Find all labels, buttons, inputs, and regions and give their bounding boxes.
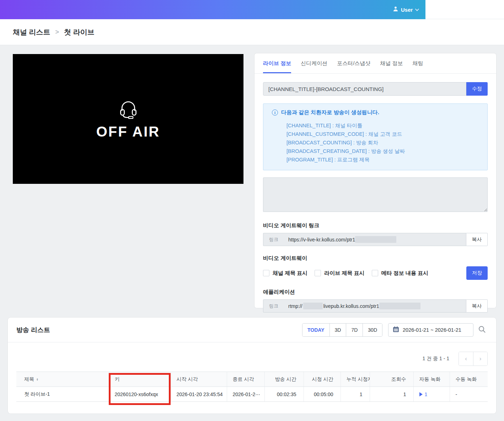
date-range-value: 2026-01-21 ~ 2026-01-21: [403, 327, 461, 333]
redacted-text: [379, 303, 420, 309]
save-button[interactable]: 저장: [466, 266, 488, 280]
column-header-key: 키: [109, 372, 171, 387]
range-3d-button[interactable]: 3D: [329, 324, 346, 336]
placeholder-info-box: i 다음과 같은 치환자로 방송이 생성됩니다. [CHANNEL_TITLE]…: [263, 103, 488, 170]
live-info-panel: 라이브 정보 신디케이션 포스터/스냅샷 채널 정보 채팅 수정 i 다음과 같…: [254, 53, 496, 308]
checkbox-show-channel-title[interactable]: 채널 제목 표시: [263, 270, 307, 277]
video-player-offair[interactable]: OFF AIR: [13, 54, 243, 184]
gateway-link-copy-button[interactable]: 복사: [466, 233, 488, 246]
table-row[interactable]: 첫 라이브-1 20260120-xs6ofxqx 2026-01-20 23:…: [16, 387, 488, 402]
broadcast-list-title: 방송 리스트: [16, 326, 50, 334]
panel-tabs: 라이브 정보 신디케이션 포스터/스냅샷 채널 정보 채팅: [254, 53, 496, 74]
breadcrumb-current-page: 첫 라이브: [64, 27, 95, 37]
breadcrumb-channel-list[interactable]: 채널 리스트: [13, 27, 50, 37]
broadcast-table: 제목▲▼ 키 시작 시각 종료 시각 방송 시간 시청 시간 누적 시청자⋯ 조…: [16, 372, 488, 402]
gateway-link-field: 링크 https://v-live-kr.kollus.com/ptr1: [263, 233, 466, 246]
cell-title: 첫 라이브-1: [16, 387, 109, 402]
placeholder-item: [PROGRAM_TITLE] : 프로그램 제목: [286, 155, 479, 164]
application-heading: 애플리케이션: [263, 289, 488, 295]
checkbox-icon[interactable]: [315, 270, 321, 276]
gateway-heading: 비디오 게이트웨이: [263, 255, 488, 262]
sort-icon: ▲▼: [36, 378, 38, 381]
column-header-start-time: 시작 시각: [171, 372, 227, 387]
checkbox-icon[interactable]: [263, 270, 269, 276]
offair-label: OFF AIR: [96, 124, 160, 140]
tab-poster-snapshot[interactable]: 포스터/스냅샷: [337, 53, 370, 73]
checkbox-icon[interactable]: [372, 270, 378, 276]
redacted-text: [355, 236, 396, 243]
placeholder-item: [BROADCAST_COUNTING] : 방송 회차: [286, 138, 479, 147]
range-30d-button[interactable]: 30D: [363, 324, 382, 336]
headset-icon: [117, 98, 139, 121]
application-url-host: livepub.kr.kollus.com/ptr1: [323, 303, 379, 309]
gateway-link-url: https://v-live-kr.kollus.com/ptr1: [288, 237, 355, 243]
breadcrumb-separator: >: [55, 28, 59, 36]
checkbox-show-meta-info[interactable]: 메타 정보 내용 표시: [372, 270, 429, 277]
column-header-end-time: 종료 시각: [227, 372, 264, 387]
placeholder-item: [CHANNEL_CUSTOMER_CODE] : 채널 고객 코드: [286, 130, 479, 138]
range-7d-button[interactable]: 7D: [346, 324, 363, 336]
application-link-field: 링크 rtmp:// livepub.kr.kollus.com/ptr1: [263, 299, 466, 313]
tab-live-info[interactable]: 라이브 정보: [263, 53, 291, 73]
column-header-watch-time: 시청 시간: [304, 372, 341, 387]
user-menu-label: User: [401, 7, 413, 13]
broadcast-list-card: 방송 리스트 TODAY 3D 7D 30D 2026-01-21 ~ 2026…: [8, 318, 496, 414]
link-field-label: 링크: [269, 236, 288, 243]
gateway-link-heading: 비디오 게이트웨이 링크: [263, 222, 488, 229]
application-url-protocol: rtmp://: [288, 303, 302, 309]
cell-manual-record: -: [450, 387, 488, 402]
link-field-label: 링크: [269, 303, 288, 309]
cell-end-time: 2026-01-2⋯: [227, 387, 264, 402]
cell-views: 1: [370, 387, 413, 402]
user-menu[interactable]: User: [393, 0, 418, 19]
redacted-text: [303, 303, 323, 309]
cell-key: 20260120-xs6ofxqx: [109, 387, 171, 402]
column-header-broadcast-time: 방송 시간: [264, 372, 304, 387]
column-header-manual-record: 수동 녹화: [450, 372, 488, 387]
pagination-summary: 1 건 중 1 - 1: [423, 356, 449, 362]
date-range-picker[interactable]: 2026-01-21 ~ 2026-01-21: [388, 323, 473, 337]
column-header-auto-record: 자동 녹화: [413, 372, 450, 387]
column-header-title[interactable]: 제목▲▼: [16, 372, 109, 387]
cell-auto-record: 1: [413, 387, 450, 402]
user-icon: [393, 6, 398, 13]
auto-record-link[interactable]: 1: [425, 391, 428, 397]
search-button[interactable]: [476, 324, 488, 336]
calendar-icon: [393, 326, 399, 334]
pagination-next-button[interactable]: ›: [473, 352, 487, 366]
top-header: User: [0, 0, 504, 19]
cell-cumulative-viewers: 1: [341, 387, 370, 402]
cell-watch-time: 00:05:00: [304, 387, 341, 402]
edit-button[interactable]: 수정: [466, 82, 488, 96]
cell-broadcast-time: 00:02:35: [264, 387, 304, 402]
column-header-views: 조회수: [370, 372, 413, 387]
play-icon: [419, 392, 423, 396]
app-root: User 채널 리스트 > 첫 라이브 OFF AIR 라이브 정보 신디케이션…: [0, 0, 504, 421]
info-box-heading: 다음과 같은 치환자로 방송이 생성됩니다.: [281, 109, 379, 116]
panel-body: 수정 i 다음과 같은 치환자로 방송이 생성됩니다. [CHANNEL_TIT…: [254, 74, 496, 321]
header-gradient: [0, 0, 425, 19]
placeholder-item: [BROADCAST_CREATING_DATE] : 방송 생성 날짜: [286, 147, 479, 155]
checkbox-show-live-title[interactable]: 라이브 제목 표시: [315, 270, 364, 277]
placeholder-item: [CHANNEL_TITLE] : 채널 타이틀: [286, 121, 479, 130]
tab-channel-info[interactable]: 채널 정보: [380, 53, 403, 73]
tab-syndication[interactable]: 신디케이션: [301, 53, 327, 73]
pagination-prev-button[interactable]: ‹: [459, 352, 473, 366]
description-textarea[interactable]: [263, 177, 488, 212]
application-link-copy-button[interactable]: 복사: [466, 299, 488, 313]
range-today-button[interactable]: TODAY: [302, 324, 329, 336]
pagination-controls: ‹ ›: [459, 352, 488, 366]
info-icon: i: [272, 110, 278, 116]
breadcrumb: 채널 리스트 > 첫 라이브: [0, 19, 504, 45]
date-range-presets: TODAY 3D 7D 30D: [302, 323, 382, 337]
cell-start-time: 2026-01-20 23:45:54: [171, 387, 227, 402]
broadcast-title-input[interactable]: [263, 82, 466, 96]
tab-chat[interactable]: 채팅: [413, 53, 423, 73]
column-header-cumulative-viewers: 누적 시청자⋯: [341, 372, 370, 387]
